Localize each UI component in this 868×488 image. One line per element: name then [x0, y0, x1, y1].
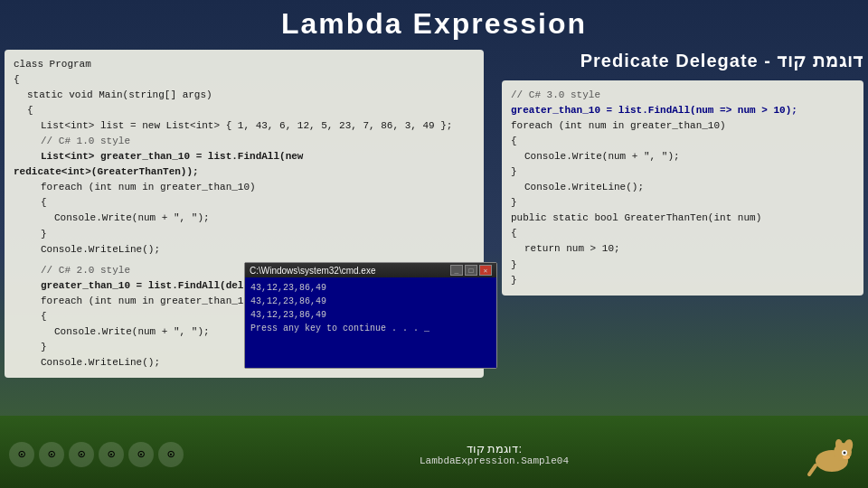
bottom-icon-3[interactable]: ⊙: [69, 442, 94, 467]
main-title: Lambda Expression: [0, 7, 868, 41]
cmd-close-button[interactable]: ✕: [479, 265, 492, 276]
cmd-window: C:\Windows\system32\cmd.exe _ □ ✕ 43,12,…: [244, 262, 497, 369]
bottom-icon-5[interactable]: ⊙: [128, 442, 154, 467]
cmd-content: 43,12,23,86,49 43,12,23,86,49 43,12,23,8…: [245, 277, 496, 368]
bottom-icon-6[interactable]: ⊙: [158, 442, 184, 467]
cmd-minimize-button[interactable]: _: [450, 265, 463, 276]
cmd-titlebar: C:\Windows\system32\cmd.exe _ □ ✕: [245, 263, 496, 277]
bottom-code-label: דוגמת קוד:: [420, 442, 569, 455]
dog-illustration: [805, 425, 859, 479]
bottom-icon-2[interactable]: ⊙: [39, 442, 64, 467]
svg-line-7: [809, 465, 816, 474]
bottom-label-area: דוגמת קוד: LambdaExpression.Sample04: [420, 442, 569, 466]
bottom-icons: ⊙ ⊙ ⊙ ⊙ ⊙ ⊙: [9, 442, 184, 467]
right-panel: Predicate Delegate - דוגמת קוד // C# 3.0…: [502, 50, 863, 296]
title-area: Lambda Expression: [0, 7, 868, 41]
cmd-window-buttons: _ □ ✕: [450, 265, 492, 276]
bottom-icon-4[interactable]: ⊙: [99, 442, 124, 467]
svg-point-5: [844, 452, 846, 455]
bottom-bar: ⊙ ⊙ ⊙ ⊙ ⊙ ⊙ דוגמת קוד: LambdaExpression.…: [0, 425, 868, 483]
bottom-code-sublabel: LambdaExpression.Sample04: [420, 455, 569, 466]
bottom-right-spacer: [805, 425, 859, 483]
predicate-header: Predicate Delegate - דוגמת קוד: [502, 50, 863, 71]
svg-point-6: [843, 455, 850, 459]
right-code-panel: // C# 3.0 style greater_than_10 = list.F…: [502, 80, 863, 296]
bottom-icon-1[interactable]: ⊙: [9, 442, 34, 467]
cmd-maximize-button[interactable]: □: [465, 265, 477, 276]
cmd-title: C:\Windows\system32\cmd.exe: [250, 266, 376, 276]
